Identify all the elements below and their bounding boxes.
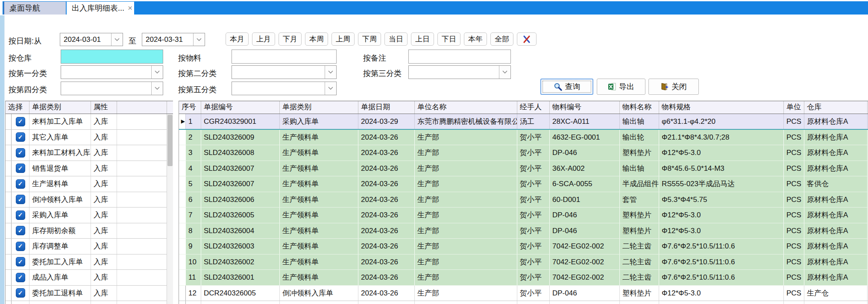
- doc-type-checkbox[interactable]: ✓: [16, 195, 25, 204]
- quick-date-button-2[interactable]: 下月: [279, 32, 302, 46]
- clear-date-filter-button[interactable]: [517, 32, 537, 46]
- table-row[interactable]: 4SLD240326007生产领料单2024-03-26生产部贺小平36X-A0…: [179, 161, 868, 177]
- column-header-4[interactable]: 单位名称: [415, 101, 517, 114]
- table-row[interactable]: 8SLD240326004生产领料单2024-03-26生产部贺小平DP-046…: [179, 223, 868, 239]
- doc-type-checkbox[interactable]: ✓: [16, 117, 25, 126]
- quick-date-button-3[interactable]: 本周: [305, 32, 328, 46]
- doc-type-row[interactable]: ✓来料加工材料入库单入库: [6, 145, 173, 161]
- table-row[interactable]: 7SLD240326005生产领料单2024-03-26生产部贺小平DP-046…: [179, 208, 868, 223]
- doc-type-checkbox[interactable]: ✓: [16, 148, 25, 158]
- remark-filter-input[interactable]: [408, 50, 511, 64]
- chevron-down-icon[interactable]: [151, 82, 163, 95]
- doc-type-row[interactable]: ✓来料加工入库单入库: [6, 114, 173, 130]
- material-filter-input[interactable]: [232, 50, 337, 64]
- chevron-down-icon[interactable]: [325, 82, 336, 95]
- doc-type-row[interactable]: ✓倒冲领料入库单入库: [6, 192, 173, 208]
- doc-type-row[interactable]: ✓库存期初余额入库: [6, 223, 173, 239]
- doc-type-checkbox[interactable]: ✓: [16, 179, 25, 189]
- table-cell: 套管: [620, 192, 659, 208]
- chevron-down-icon[interactable]: [151, 66, 163, 79]
- table-cell: 半成品组件: [620, 176, 659, 192]
- category5-select[interactable]: [232, 82, 337, 95]
- table-cell: 二轮主齿: [620, 254, 659, 270]
- tab-close-icon[interactable]: ×: [128, 2, 132, 15]
- quick-date-button-0[interactable]: 本月: [226, 32, 249, 46]
- quick-date-button-6[interactable]: 当日: [384, 32, 408, 46]
- table-row[interactable]: 10SLD240326002生产领料单2024-03-26生产部贺小平7042-…: [179, 254, 868, 270]
- table-row[interactable]: 9SLD240326003生产领料单2024-03-26生产部贺小平7042-E…: [179, 239, 868, 254]
- column-header-7[interactable]: 物料名称: [620, 101, 659, 114]
- quick-date-button-10[interactable]: 全部: [490, 32, 513, 46]
- category3-select[interactable]: [408, 65, 511, 79]
- doc-type-row[interactable]: ✓库存调整单入库: [6, 239, 173, 254]
- quick-date-button-9[interactable]: 本年: [464, 32, 487, 46]
- table-cell: 输出轴: [620, 114, 659, 129]
- table-row[interactable]: 3SLD240326008生产领料单2024-03-26生产部贺小平DP-046…: [179, 145, 868, 161]
- doc-type-checkbox[interactable]: ✓: [16, 288, 25, 298]
- table-cell: 贺小平: [517, 239, 550, 254]
- table-row[interactable]: 13DCR240326004倒冲领料入库单2024-03-26生产部贺小平DP-…: [179, 301, 868, 304]
- date-to-combo[interactable]: 2024-03-31: [142, 33, 205, 46]
- doc-type-checkbox[interactable]: ✓: [16, 132, 25, 142]
- table-cell: PCS: [784, 161, 804, 176]
- column-header-6[interactable]: 物料编号: [550, 101, 620, 114]
- doc-type-row[interactable]: ✓成品入库单入库: [6, 270, 173, 286]
- doc-type-scrollbar[interactable]: [167, 114, 173, 304]
- doc-type-row[interactable]: ✓生产退料单入库: [6, 176, 173, 192]
- table-row[interactable]: ▶1CGR240329001采购入库单2024-03-29东莞市腾鹏精密机械设备…: [179, 114, 868, 130]
- column-header-2[interactable]: 单据类别: [280, 101, 358, 114]
- table-row[interactable]: 12DCR240326005倒冲领料入库单2024-03-26生产部贺小平DP-…: [179, 286, 868, 301]
- table-cell: 4: [186, 161, 201, 176]
- date-from-combo[interactable]: 2024-03-01: [60, 33, 123, 46]
- doc-type-row[interactable]: ✓采购入库单入库: [6, 208, 173, 223]
- column-header-8[interactable]: 物料规格: [659, 101, 784, 114]
- column-header-select[interactable]: 选择: [6, 101, 29, 114]
- chevron-down-icon[interactable]: [499, 66, 510, 79]
- table-row[interactable]: 11SLD240326001生产领料单2024-03-26生产部贺小平7042-…: [179, 270, 868, 286]
- column-header-0[interactable]: 序号: [179, 101, 201, 114]
- table-cell: 生产部: [415, 239, 517, 254]
- chevron-down-icon[interactable]: [325, 66, 336, 79]
- table-cell: 生产领料单: [280, 254, 358, 270]
- doc-type-checkbox[interactable]: ✓: [16, 273, 25, 282]
- quick-date-button-5[interactable]: 下周: [358, 32, 381, 46]
- tab-desktop-navigation[interactable]: 桌面导航: [3, 2, 66, 15]
- category2-select[interactable]: [232, 65, 337, 79]
- doc-type-row[interactable]: ✓委托加工入库单入库: [6, 254, 173, 270]
- column-header-10[interactable]: 仓库: [804, 101, 868, 114]
- doc-type-checkbox[interactable]: ✓: [16, 226, 25, 235]
- column-header-doc-type[interactable]: 单据类别: [29, 101, 91, 114]
- category1-select[interactable]: [61, 65, 163, 79]
- doc-type-checkbox[interactable]: ✓: [16, 210, 25, 220]
- table-cell: 4632-EG-0001: [550, 130, 620, 145]
- chevron-down-icon[interactable]: [111, 33, 123, 46]
- quick-date-button-7[interactable]: 上日: [411, 32, 434, 46]
- scrollbar-thumb[interactable]: [167, 115, 173, 166]
- doc-type-checkbox[interactable]: ✓: [16, 164, 25, 173]
- doc-type-checkbox[interactable]: ✓: [16, 242, 25, 251]
- doc-type-row[interactable]: ✓其它入库单入库: [6, 130, 173, 146]
- doc-type-row[interactable]: ✓委托加工退料单入库: [6, 286, 173, 301]
- column-header-attribute[interactable]: 属性: [91, 101, 117, 114]
- column-header-3[interactable]: 单据日期: [358, 101, 415, 114]
- query-button[interactable]: 查询: [540, 79, 593, 95]
- category4-select[interactable]: [61, 82, 163, 95]
- table-row[interactable]: 5SLD240326007生产领料单2024-03-26生产部贺小平6-SCA-…: [179, 176, 868, 192]
- column-header-1[interactable]: 单据编号: [201, 101, 280, 114]
- table-cell: SLD240326008: [201, 145, 280, 161]
- column-header-9[interactable]: 单位: [784, 101, 804, 114]
- tab-inout-detail-report[interactable]: 出入库明细表... ×: [67, 2, 134, 15]
- close-form-button[interactable]: 关闭: [648, 79, 699, 95]
- chevron-down-icon[interactable]: [193, 33, 205, 46]
- doc-type-row[interactable]: ✓其它出库单出库: [6, 301, 173, 304]
- quick-date-button-1[interactable]: 上月: [252, 32, 275, 46]
- doc-type-row[interactable]: ✓销售退货单入库: [6, 161, 173, 177]
- quick-date-button-8[interactable]: 下日: [437, 32, 460, 46]
- doc-type-checkbox[interactable]: ✓: [16, 257, 25, 266]
- column-header-5[interactable]: 经手人: [517, 101, 550, 114]
- table-row[interactable]: 2SLD240326009生产领料单2024-03-26生产部贺小平4632-E…: [179, 130, 868, 146]
- table-row[interactable]: 6SLD240326006生产领料单2024-03-26生产部贺小平60-D00…: [179, 192, 868, 208]
- export-button[interactable]: 导出: [597, 79, 645, 95]
- quick-date-button-4[interactable]: 上周: [331, 32, 355, 46]
- warehouse-filter-input[interactable]: [61, 50, 163, 64]
